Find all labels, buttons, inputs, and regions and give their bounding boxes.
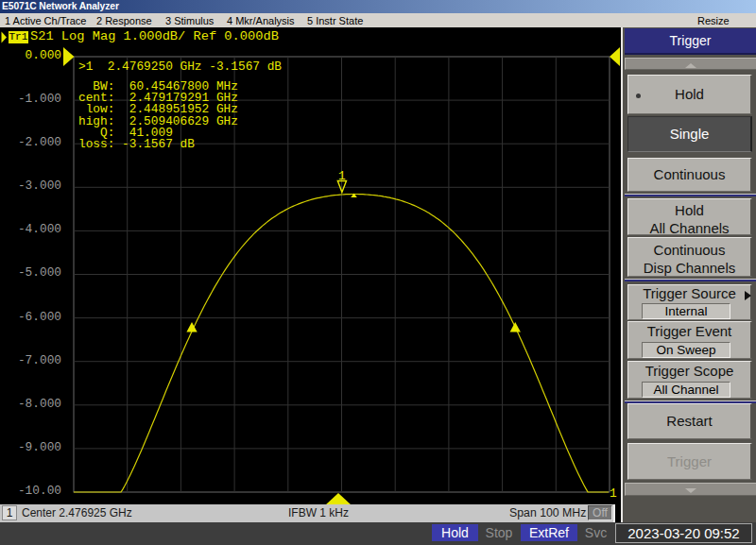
svg-text:1: 1 (338, 169, 346, 183)
svg-text:1: 1 (610, 486, 617, 501)
